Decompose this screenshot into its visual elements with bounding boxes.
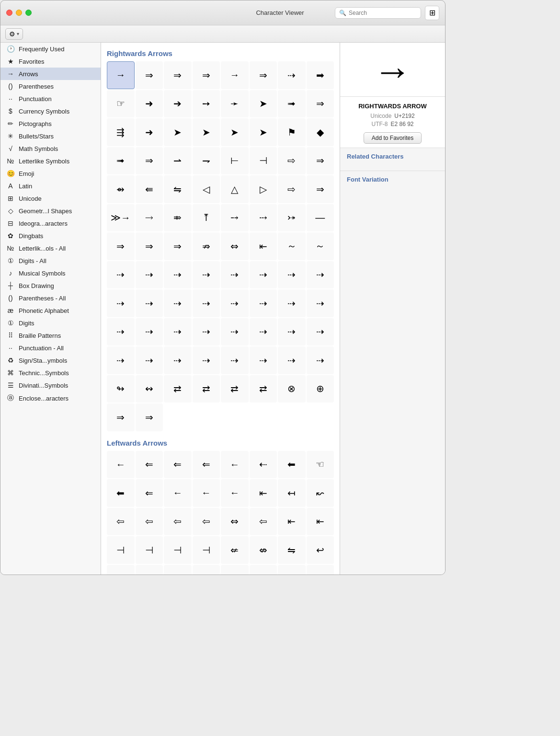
char-cell[interactable]: ← [193,479,220,507]
char-cell[interactable]: ⇠ [250,451,277,479]
char-cell[interactable]: ⇒ [307,90,334,118]
char-cell[interactable]: ⇋ [164,175,192,203]
char-cell[interactable]: ⇢ [307,261,334,289]
sidebar-item-parentheses-all[interactable]: ()Parentheses - All [0,292,101,304]
char-cell[interactable]: ⇢ [136,289,163,317]
char-cell[interactable]: ⊣ [136,565,163,575]
char-cell[interactable]: ⬅ [278,451,306,479]
char-cell[interactable]: ⇢ [107,318,135,346]
grid-view-button[interactable]: ⊞ [425,6,439,20]
char-cell[interactable]: ← [221,451,249,479]
char-cell[interactable]: ⇤ [307,508,334,536]
sidebar-item-punctuation[interactable]: ··Punctuation [0,92,101,105]
char-cell[interactable]: ⇢ [307,289,334,317]
char-cell[interactable]: ⇢ [164,318,192,346]
char-cell[interactable]: ◁ [193,175,220,203]
char-cell[interactable]: ⇔ [221,232,249,260]
sidebar-item-favorites[interactable]: ★Favorites [0,55,101,68]
char-cell[interactable]: ⇶ [107,118,135,146]
char-cell[interactable]: ↜ [307,479,334,507]
char-cell[interactable]: ⤐ [278,204,306,232]
char-cell[interactable]: ⚑ [278,118,306,146]
char-cell[interactable]: ⊣ [193,536,220,564]
gear-menu-button[interactable]: ⚙ ▾ [5,28,23,40]
char-cell[interactable]: ～ [307,232,334,260]
sidebar-item-latin[interactable]: ALatin [0,180,101,192]
char-cell[interactable]: ↭ [136,375,163,403]
char-cell[interactable]: △ [221,175,249,203]
sidebar-item-phonetic[interactable]: æPhonetic Alphabet [0,304,101,317]
sidebar-item-parentheses[interactable]: ()Parentheses [0,80,101,92]
char-cell[interactable]: ⇢ [136,318,163,346]
char-cell[interactable]: — [307,204,334,232]
char-cell[interactable]: ⇄ [221,375,249,403]
sidebar-item-ideographic[interactable]: ⊟Ideogra...aracters [0,217,101,230]
char-cell[interactable]: ⇢ [278,261,306,289]
char-cell[interactable]: ⇢ [164,346,192,374]
sidebar-item-box-drawing[interactable]: ┼Box Drawing [0,279,101,292]
char-cell[interactable]: ⇐ [136,451,163,479]
char-cell[interactable]: ⤒ [193,204,220,232]
char-cell[interactable]: ➔ [164,90,192,118]
char-cell[interactable]: ⇤ [278,508,306,536]
maximize-button[interactable] [25,10,32,16]
sidebar-item-technic[interactable]: ⌘Technic...Symbols [0,367,101,379]
char-cell[interactable]: ～ [278,232,306,260]
char-cell[interactable]: → [107,61,135,89]
char-cell[interactable]: ⇒ [136,232,163,260]
char-cell[interactable]: ⇢ [278,61,306,89]
char-cell[interactable]: ⊣ [307,565,334,575]
char-cell[interactable]: ⊣ [164,536,192,564]
minimize-button[interactable] [16,10,22,16]
search-box[interactable]: 🔍 [335,7,421,19]
char-cell[interactable]: ↩ [307,536,334,564]
char-cell[interactable]: ▷ [250,175,277,203]
char-cell[interactable]: ⇔ [221,508,249,536]
char-cell[interactable]: ➟ [107,147,135,175]
char-cell[interactable]: ⊗ [278,375,306,403]
char-cell[interactable]: ⇢ [107,346,135,374]
char-cell[interactable]: ⇢ [221,289,249,317]
char-cell[interactable]: ➙ [193,90,220,118]
char-cell[interactable]: ⇚ [136,175,163,203]
char-cell[interactable]: ⤑ [136,204,163,232]
char-cell[interactable]: ⊣ [250,565,277,575]
char-cell[interactable]: ⊣ [107,536,135,564]
char-cell[interactable]: ⇢ [250,289,277,317]
char-cell[interactable]: ⇒ [107,232,135,260]
char-cell[interactable]: ⇎ [250,536,277,564]
char-cell[interactable]: ⇢ [307,346,334,374]
char-cell[interactable]: ≫→ [107,204,135,232]
char-cell[interactable]: ⇢ [250,346,277,374]
char-cell[interactable]: ⇒ [107,403,135,431]
char-cell[interactable]: ⇢ [136,346,163,374]
char-cell[interactable]: ⇢ [307,318,334,346]
sidebar-item-enclose[interactable]: ⓐEnclose...aracters [0,391,101,405]
char-cell[interactable]: ⇄ [164,375,192,403]
char-cell[interactable]: ⇦ [136,508,163,536]
char-cell[interactable]: ⇦ [250,508,277,536]
char-cell[interactable]: ➤ [221,118,249,146]
sidebar-item-frequently-used[interactable]: 🕐Frequently Used [0,43,101,55]
char-cell[interactable]: ⤍ [221,204,249,232]
char-cell[interactable]: ➡ [307,61,334,89]
char-cell[interactable]: ⊢ [221,147,249,175]
char-cell[interactable]: ⇢ [221,318,249,346]
char-cell[interactable]: ⇒ [164,232,192,260]
char-cell[interactable]: ↤ [278,479,306,507]
char-cell[interactable]: ⊣ [136,536,163,564]
char-cell[interactable]: ⊣ [221,565,249,575]
sidebar-item-divinati[interactable]: ☰Divinati...Symbols [0,379,101,391]
char-cell[interactable]: ⇋ [278,536,306,564]
sidebar-item-geometric[interactable]: ◇Geometr...l Shapes [0,205,101,217]
char-cell[interactable]: ⇢ [250,318,277,346]
char-cell[interactable]: ⇐ [193,451,220,479]
sidebar-item-math[interactable]: √Math Symbols [0,142,101,155]
search-input[interactable] [349,10,417,16]
char-cell[interactable]: ⇢ [193,318,220,346]
char-cell[interactable]: ➤ [193,118,220,146]
char-cell[interactable]: ⇢ [107,261,135,289]
char-cell[interactable]: ⇀ [164,147,192,175]
char-cell[interactable]: ⇢ [278,346,306,374]
char-cell[interactable]: ⇢ [136,261,163,289]
